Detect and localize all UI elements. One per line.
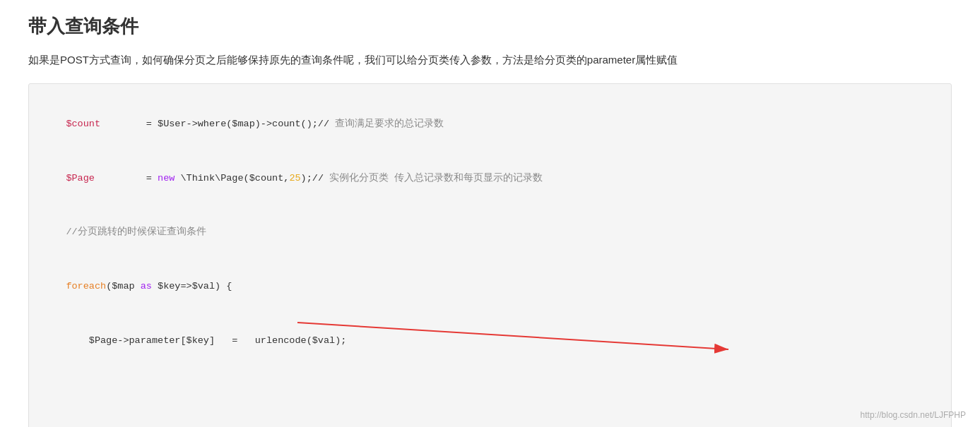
code-text: = $User->where($map)->count();//	[100, 119, 335, 129]
code-line-5: $Page->parameter[$key] = urlencode($val)…	[43, 314, 937, 404]
page-title: 带入查询条件	[28, 14, 952, 39]
code-text: \Think\Page($count,	[175, 173, 289, 184]
red-arrow	[297, 315, 736, 358]
code-block-1: $count = $User->where($map)->count();// …	[28, 83, 952, 427]
code-var: $count	[66, 119, 100, 129]
code-var: $Page	[66, 173, 95, 184]
code-line-6: }	[43, 404, 937, 427]
intro-text: 如果是POST方式查询，如何确保分页之后能够保持原先的查询条件呢，我们可以给分页…	[28, 50, 952, 69]
code-comment: 实例化分页类 传入总记录数和每页显示的记录数	[329, 173, 543, 184]
code-text: =	[95, 173, 158, 184]
code-number: 25	[289, 173, 300, 184]
code-keyword: new	[158, 173, 175, 184]
code-comment: 查询满足要求的总记录数	[335, 119, 444, 129]
code-text: $key=>$val) {	[152, 281, 232, 291]
code-text: );//	[301, 173, 330, 184]
code-comment: //分页跳转的时候保证查询条件	[66, 227, 206, 237]
svg-line-1	[297, 323, 728, 349]
code-keyword-foreach: foreach	[66, 281, 106, 291]
code-text: ($map	[106, 281, 141, 291]
code-keyword-as: as	[141, 281, 152, 291]
footer-url: http://blog.csdn.net/LJFPHP	[861, 410, 966, 420]
code-line-1: $count = $User->where($map)->count();// …	[43, 97, 937, 151]
code-line-3: //分页跳转的时候保证查询条件	[43, 205, 937, 260]
code-line-4: foreach($map as $key=>$val) {	[43, 260, 937, 314]
code-line-2: $Page = new \Think\Page($count,25);// 实例…	[43, 151, 937, 205]
